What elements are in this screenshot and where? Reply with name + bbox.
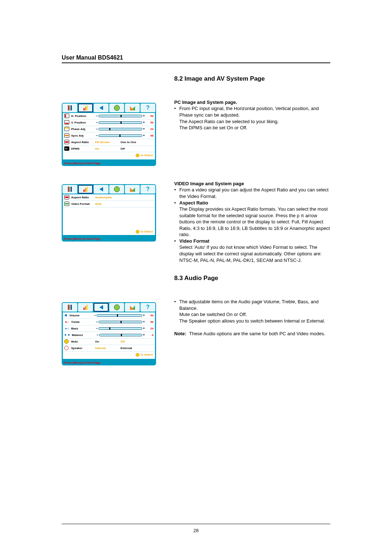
- select-label: to Select: [141, 154, 153, 157]
- note-text: These Audio options are the same for bot…: [189, 331, 325, 337]
- mute-options[interactable]: On Off: [95, 340, 154, 343]
- video-image-block: ? Aspect Ratio Anamorphic Video Format: [62, 181, 330, 263]
- hpos-value: 50: [147, 114, 154, 118]
- dpms-icon: Zz: [64, 146, 69, 151]
- phase-slider[interactable]: −+: [95, 127, 146, 131]
- osd-video-image: ? Aspect Ratio Anamorphic Video Format: [62, 184, 156, 242]
- row-video-format: Video Format Auto: [63, 201, 155, 207]
- vpos-label: V. Position: [71, 121, 95, 124]
- opt-mute-off[interactable]: Off: [121, 340, 146, 343]
- sync-value: 48: [147, 134, 154, 137]
- pc-bullet: From PC input signal, the Horizontal pos…: [174, 105, 330, 131]
- osd-footer: to Select: [63, 152, 155, 159]
- tab-picture-icon: [62, 303, 77, 312]
- balance-value: 0: [147, 333, 154, 337]
- volume-slider[interactable]: −+: [93, 313, 146, 317]
- speaker-icon: [64, 346, 69, 350]
- balance-icon: [64, 334, 70, 336]
- section-8-2: 8.2 Image and AV System Page: [62, 75, 330, 88]
- opt-onetoone[interactable]: One to One: [121, 141, 146, 144]
- aspect-options[interactable]: Fill Screen One to One: [95, 141, 154, 144]
- balance-slider[interactable]: −+: [96, 333, 146, 337]
- opt-fillscreen[interactable]: Fill Screen: [95, 141, 121, 144]
- tab-image-icon: [78, 104, 93, 112]
- row-speaker: Speaker Internal External: [63, 345, 155, 352]
- sync-slider[interactable]: −+: [95, 134, 146, 137]
- select-label-2: to Select: [141, 230, 153, 233]
- vf-sublabel: Video Format: [179, 238, 209, 244]
- section-8-3: 8.3 Audio Page: [62, 274, 330, 288]
- treble-value: 50: [147, 320, 154, 324]
- hpos-label: H. Position: [71, 114, 95, 118]
- ar-body: The Display provides six Aspect Ratio fo…: [179, 206, 330, 237]
- vformat-label: Video Format: [71, 202, 95, 206]
- osd-pc-image: ? H. Position −+ 50 V. Position −+ 50: [62, 103, 156, 166]
- aspect-value-2[interactable]: Anamorphic: [95, 196, 154, 199]
- opt-dpms-on[interactable]: On: [95, 147, 121, 150]
- tab-language-icon: [109, 303, 124, 312]
- osd-menu-hint-3: Press [Menu] to Next Page: [62, 360, 156, 365]
- osd-tabbar: ?: [62, 103, 156, 113]
- row-balance: Balance −+ 0: [63, 332, 155, 339]
- sync-label: Sync Adj: [71, 134, 95, 137]
- vf-body: Select 'Auto' If you do not know which V…: [179, 244, 322, 263]
- tab-help-icon: ?: [140, 104, 155, 112]
- select-dot-icon: [136, 230, 139, 234]
- row-aspect-ratio-2: Aspect Ratio Anamorphic: [63, 194, 155, 201]
- bass-label: Bass: [71, 327, 95, 330]
- speaker-label: Speaker: [71, 347, 95, 350]
- tab-audio-icon: [94, 303, 109, 312]
- video-bullet1: From a video signal you can adjust the A…: [174, 187, 330, 199]
- bass-slider[interactable]: −+: [95, 327, 146, 330]
- speaker-options[interactable]: Internal External: [95, 347, 154, 350]
- opt-dpms-off[interactable]: Off: [121, 147, 146, 150]
- vformat-icon: [64, 202, 69, 206]
- opt-internal[interactable]: Internal: [95, 347, 121, 350]
- treble-slider[interactable]: −+: [95, 320, 146, 324]
- volume-value: 44: [147, 314, 154, 317]
- treble-icon: ◄♪: [64, 320, 69, 324]
- aspect-label-2: Aspect Ratio: [71, 196, 95, 199]
- balance-label: Balance: [72, 333, 96, 337]
- mute-icon: [64, 339, 69, 344]
- hpos-icon: [64, 114, 69, 118]
- tab-tools-icon: [125, 303, 140, 312]
- select-label-3: to Select: [141, 353, 153, 356]
- dpms-options[interactable]: On Off: [95, 147, 154, 150]
- row-mute: Mute On Off: [63, 339, 155, 345]
- pc-image-block: ? H. Position −+ 50 V. Position −+ 50: [62, 99, 330, 166]
- section-title-8-3: 8.3 Audio Page: [174, 274, 330, 283]
- row-h-position: H. Position −+ 50: [63, 113, 155, 119]
- osd-menu-hint-2: Press [Menu] to Next Page: [62, 236, 156, 242]
- tab-help-icon: ?: [140, 303, 155, 312]
- tab-tools-icon: [125, 185, 140, 194]
- vformat-value[interactable]: Auto: [95, 202, 154, 206]
- manual-page: User Manual BDS4621 8.2 Image and AV Sys…: [0, 0, 392, 555]
- aspect-icon: [64, 195, 69, 199]
- row-aspect-ratio: Aspect Ratio Fill Screen One to One: [63, 139, 155, 146]
- ar-sublabel: Aspect Ratio: [179, 200, 208, 206]
- aspect-icon: [64, 140, 69, 144]
- page-number: 28: [62, 524, 330, 533]
- hpos-slider[interactable]: −+: [95, 114, 146, 118]
- audio-note: Note: These Audio options are the same f…: [174, 331, 330, 337]
- pc-heading: PC Image and System page.: [174, 99, 330, 106]
- bass-value: 24: [147, 327, 154, 330]
- page-header: User Manual BDS4621: [62, 54, 330, 63]
- video-heading: VIDEO Image and System page: [174, 181, 330, 187]
- vpos-slider[interactable]: −+: [95, 121, 146, 124]
- osd-menu-hint: Press [Menu] to Next Page: [62, 161, 156, 166]
- select-dot-icon: [136, 154, 139, 157]
- tab-help-icon: ?: [140, 185, 155, 194]
- osd-audio: ? Volume −+ 44 ◄♪ Treble −+ 50: [62, 302, 156, 365]
- opt-mute-on[interactable]: On: [95, 340, 121, 343]
- opt-external[interactable]: External: [121, 347, 146, 350]
- row-v-position: V. Position −+ 50: [63, 119, 155, 126]
- select-dot-icon: [136, 353, 139, 357]
- phase-label: Phase Adj.: [71, 127, 95, 131]
- phase-icon: [64, 127, 69, 131]
- row-treble: ◄♪ Treble −+ 50: [63, 319, 155, 325]
- volume-icon: [64, 314, 67, 317]
- bass-icon: ◄♫: [64, 327, 69, 330]
- sync-icon: [64, 133, 69, 138]
